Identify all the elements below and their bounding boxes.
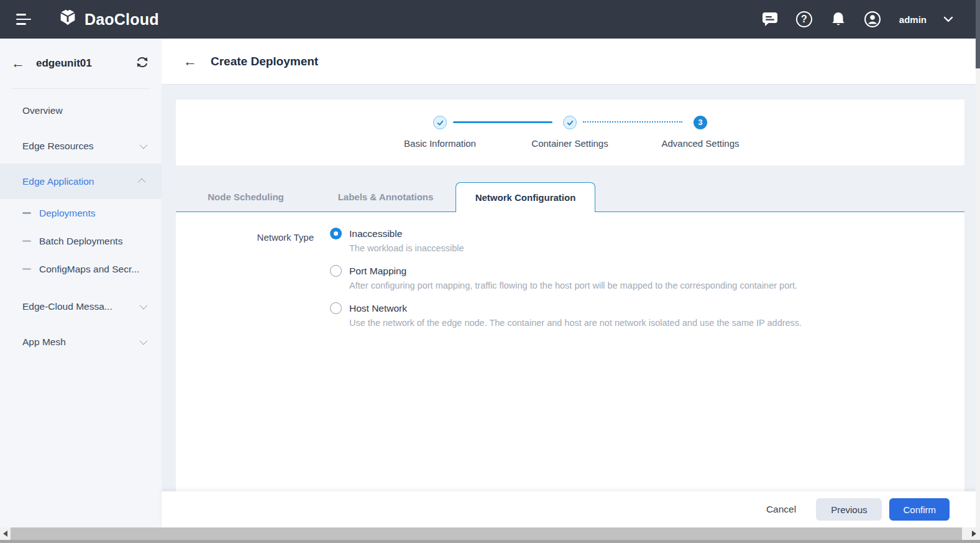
bell-icon[interactable] xyxy=(830,11,847,28)
option-inaccessible: Inaccessible The workload is inaccessibl… xyxy=(330,228,946,253)
dash-icon xyxy=(22,240,31,242)
window-bottom-edge xyxy=(0,540,980,543)
step-connector-dotted xyxy=(583,121,682,123)
chevron-down-icon xyxy=(140,337,148,345)
user-name[interactable]: admin xyxy=(899,14,927,25)
tab-bar: Node Scheduling Labels & Annotations Net… xyxy=(176,182,964,212)
radio-description: The workload is inaccessible xyxy=(349,243,946,253)
radio-host-network[interactable] xyxy=(330,302,342,314)
vertical-scrollbar-thumb[interactable] xyxy=(976,0,980,68)
sidebar-item-overview[interactable]: Overview xyxy=(0,93,162,128)
radio-description: After configuring port mapping, traffic … xyxy=(349,281,946,290)
horizontal-scrollbar-thumb[interactable] xyxy=(11,527,962,540)
top-navigation-bar: DaoCloud ? admin xyxy=(0,0,976,39)
daocloud-cube-icon xyxy=(57,7,78,31)
sidebar-item-app-mesh[interactable]: App Mesh xyxy=(0,324,162,360)
sidebar-title: edgeunit01 xyxy=(36,57,135,70)
sidebar-item-edge-application[interactable]: Edge Application xyxy=(0,164,162,199)
step-3-number: 3 xyxy=(694,116,707,129)
step-2-check-icon xyxy=(563,116,577,129)
previous-button[interactable]: Previous xyxy=(816,498,882,521)
dash-icon xyxy=(22,212,31,214)
vertical-scrollbar[interactable] xyxy=(976,0,980,527)
confirm-button[interactable]: Confirm xyxy=(889,498,950,521)
step-1-check-icon xyxy=(433,116,447,129)
page-header: ← Create Deployment xyxy=(162,39,976,84)
radio-description: Use the network of the edge node. The co… xyxy=(349,318,946,328)
tab-labels-annotations[interactable]: Labels & Annotations xyxy=(316,182,456,211)
stepper: 3 Basic Information Container Settings A… xyxy=(176,100,964,165)
step-2-label: Container Settings xyxy=(531,138,608,149)
sidebar-item-batch-deployments[interactable]: Batch Deployments xyxy=(0,227,162,255)
scroll-left-arrow-icon[interactable] xyxy=(0,527,11,540)
radio-inaccessible[interactable] xyxy=(330,228,342,239)
sidebar-item-configmaps-secrets[interactable]: ConfigMaps and Secr... xyxy=(0,255,162,283)
horizontal-scrollbar[interactable] xyxy=(0,527,980,540)
network-type-label: Network Type xyxy=(243,232,314,243)
help-icon[interactable]: ? xyxy=(795,11,813,28)
brand-name: DaoCloud xyxy=(85,11,159,29)
avatar-icon[interactable] xyxy=(864,11,881,28)
chevron-down-icon xyxy=(140,141,148,149)
network-configuration-panel: Network Type Inaccessible The workload i… xyxy=(176,212,964,491)
radio-label: Port Mapping xyxy=(349,266,406,277)
sidebar-item-edge-cloud-message[interactable]: Edge-Cloud Messa... xyxy=(0,289,162,324)
option-host-network: Host Network Use the network of the edge… xyxy=(330,302,946,328)
scroll-right-arrow-icon[interactable] xyxy=(968,527,980,540)
sidebar: ← edgeunit01 Overview Edge Resources Edg… xyxy=(0,39,162,527)
tab-network-configuration[interactable]: Network Configuration xyxy=(456,182,595,212)
chevron-down-icon xyxy=(140,302,148,310)
step-1-label: Basic Information xyxy=(404,138,476,149)
step-3-label: Advanced Settings xyxy=(661,138,739,149)
dash-icon xyxy=(22,268,31,270)
sidebar-back-icon[interactable]: ← xyxy=(11,57,25,70)
tab-node-scheduling[interactable]: Node Scheduling xyxy=(176,182,316,211)
wizard-footer: Cancel Previous Confirm xyxy=(162,491,976,527)
radio-label: Inaccessible xyxy=(349,228,402,239)
radio-label: Host Network xyxy=(349,303,407,314)
sidebar-item-deployments[interactable]: Deployments xyxy=(0,199,162,227)
brand-logo: DaoCloud xyxy=(57,7,159,31)
user-menu-chevron-down-icon[interactable] xyxy=(943,14,953,25)
sidebar-item-edge-resources[interactable]: Edge Resources xyxy=(0,128,162,164)
radio-port-mapping[interactable] xyxy=(330,265,342,277)
switch-cluster-icon[interactable] xyxy=(135,56,149,71)
page-title: Create Deployment xyxy=(211,55,318,68)
page-back-icon[interactable]: ← xyxy=(183,55,197,68)
menu-icon[interactable] xyxy=(16,14,31,25)
main-content: ← Create Deployment 3 Basic Information … xyxy=(162,39,976,527)
chat-icon[interactable] xyxy=(761,11,779,28)
step-connector-solid xyxy=(453,121,552,123)
option-port-mapping: Port Mapping After configuring port mapp… xyxy=(330,265,946,290)
cancel-button[interactable]: Cancel xyxy=(766,504,796,515)
